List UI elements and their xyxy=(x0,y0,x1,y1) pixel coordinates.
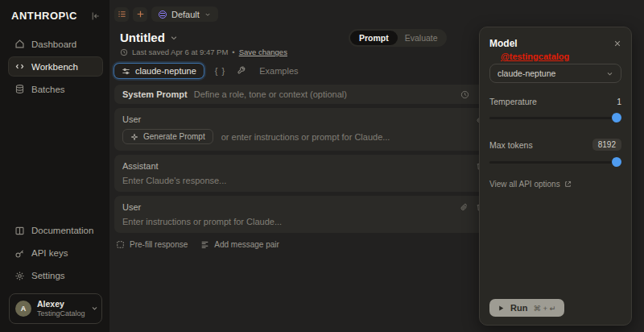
examples-button[interactable]: Examples xyxy=(259,66,298,76)
sidebar-item-label: Workbench xyxy=(31,62,78,72)
model-pill-label: claude-neptune xyxy=(135,66,196,76)
book-icon xyxy=(14,226,25,236)
page-title: Untitled xyxy=(120,31,165,44)
panel-title: Model xyxy=(489,38,518,49)
model-settings-panel: Model @testingcatalog claude-neptune Tem… xyxy=(479,27,632,326)
brand-logo: ANTHROP\C xyxy=(11,10,77,22)
system-prompt-card[interactable]: System Prompt Define a role, tone or con… xyxy=(114,85,493,104)
dot-separator: • xyxy=(232,48,234,56)
sidebar-item-label: Batches xyxy=(31,85,65,94)
last-saved-text: Last saved Apr 6 at 9:47 PM xyxy=(132,48,228,56)
chevron-down-icon xyxy=(91,305,98,312)
prefill-response-button[interactable]: Pre-fill response xyxy=(116,240,188,249)
model-select-value: claude-neptune xyxy=(497,68,555,78)
sidebar-item-label: Settings xyxy=(31,271,65,280)
view-api-options-link[interactable]: View all API options xyxy=(489,180,621,189)
max-tokens-slider[interactable] xyxy=(489,157,621,167)
message-pair-icon xyxy=(200,240,209,249)
user-menu[interactable]: A Alexey TestingCatalog xyxy=(9,293,102,324)
run-button[interactable]: Run ⌘ + ↵ xyxy=(489,299,564,317)
max-tokens-label: Max tokens xyxy=(489,140,533,150)
close-icon[interactable] xyxy=(613,39,621,48)
tab-evaluate[interactable]: Evaluate xyxy=(398,31,445,45)
system-prompt-placeholder: Define a role, tone or context (optional… xyxy=(194,89,347,99)
sidebar-item-label: Documentation xyxy=(31,226,93,235)
temperature-slider[interactable] xyxy=(489,113,621,122)
prompt-list-button[interactable] xyxy=(114,7,129,22)
history-clock-icon[interactable] xyxy=(460,90,469,99)
sidebar-item-workbench[interactable]: Workbench xyxy=(9,57,102,76)
max-tokens-value[interactable]: 8192 xyxy=(592,139,621,151)
watermark-annotation: @testingcatalog xyxy=(501,52,621,61)
gear-icon xyxy=(14,271,25,281)
system-prompt-label: System Prompt xyxy=(122,89,188,99)
slider-track xyxy=(489,117,621,119)
sidebar-item-api-keys[interactable]: API keys xyxy=(9,244,102,263)
sidebar-item-batches[interactable]: Batches xyxy=(9,80,102,98)
role-label: Assistant xyxy=(122,161,159,171)
code-icon xyxy=(14,61,25,72)
model-pill[interactable]: claude-neptune xyxy=(114,64,204,78)
slider-handle[interactable] xyxy=(612,113,621,122)
app-window: ANTHROP\C Dashboard Workbench Batches xyxy=(0,0,644,332)
user-org: TestingCatalog xyxy=(37,309,85,318)
temperature-label: Temperature xyxy=(489,97,537,106)
collapse-sidebar-icon[interactable] xyxy=(91,11,101,21)
clock-icon xyxy=(120,48,128,56)
message-card-user-1[interactable]: User Generate Prompt or enter instructio… xyxy=(114,108,493,151)
sidebar-item-documentation[interactable]: Documentation xyxy=(9,222,102,240)
user-input-placeholder: or enter instructions or prompt for Clau… xyxy=(221,132,390,142)
workspace-label: Default xyxy=(171,10,200,19)
view-api-options-label: View all API options xyxy=(489,180,560,189)
add-message-pair-label: Add message pair xyxy=(214,240,279,249)
temperature-value: 1 xyxy=(617,97,621,106)
message-card-assistant[interactable]: Assistant Enter Claude's response... xyxy=(114,155,493,192)
paperclip-icon[interactable] xyxy=(460,203,469,212)
message-card-user-2[interactable]: User Enter instructions or prompt for Cl… xyxy=(114,196,493,233)
play-icon xyxy=(497,305,505,312)
slider-handle[interactable] xyxy=(612,157,621,167)
prefill-response-label: Pre-fill response xyxy=(130,240,188,249)
sidebar-item-dashboard[interactable]: Dashboard xyxy=(9,35,102,53)
assistant-input-placeholder: Enter Claude's response... xyxy=(122,176,226,185)
role-label: User xyxy=(122,202,141,212)
workspace-selector[interactable]: Default xyxy=(151,6,218,22)
sidebar-item-label: Dashboard xyxy=(31,39,76,49)
plus-icon xyxy=(136,10,145,19)
project-icon xyxy=(159,10,167,19)
chevron-down-icon xyxy=(606,70,613,77)
sliders-icon xyxy=(122,67,130,76)
sidebar: ANTHROP\C Dashboard Workbench Batches xyxy=(0,0,109,332)
save-changes-link[interactable]: Save changes xyxy=(239,48,287,56)
new-prompt-button[interactable] xyxy=(133,7,147,22)
key-icon xyxy=(14,248,25,259)
tools-wrench-icon[interactable] xyxy=(237,66,246,76)
run-label: Run xyxy=(510,303,527,313)
role-label: User xyxy=(122,114,141,124)
generate-prompt-label: Generate Prompt xyxy=(143,132,205,141)
run-shortcut: ⌘ + ↵ xyxy=(533,304,555,313)
user-input-placeholder: Enter instructions or prompt for Claude.… xyxy=(122,217,282,226)
title-chevron-down-icon[interactable] xyxy=(170,34,178,42)
model-select[interactable]: claude-neptune xyxy=(489,64,621,83)
stack-icon xyxy=(14,84,25,94)
avatar: A xyxy=(15,301,31,317)
add-message-pair-button[interactable]: Add message pair xyxy=(200,240,279,249)
sparkle-icon xyxy=(130,133,138,141)
list-icon xyxy=(118,10,126,19)
chevron-down-icon xyxy=(204,11,211,18)
main-area: Default Untitled Prompt Evaluate Last sa… xyxy=(109,0,644,332)
tab-prompt[interactable]: Prompt xyxy=(350,31,398,45)
sidebar-item-settings[interactable]: Settings xyxy=(9,267,102,285)
external-link-icon xyxy=(564,181,572,188)
dashed-box-icon xyxy=(116,240,125,249)
code-view-button[interactable]: { } xyxy=(215,66,225,76)
home-icon xyxy=(14,39,25,49)
mode-switcher: Prompt Evaluate xyxy=(349,29,447,47)
user-name: Alexey xyxy=(37,299,85,309)
generate-prompt-button[interactable]: Generate Prompt xyxy=(122,129,213,144)
slider-track xyxy=(489,161,621,164)
sidebar-item-label: API keys xyxy=(31,248,68,258)
